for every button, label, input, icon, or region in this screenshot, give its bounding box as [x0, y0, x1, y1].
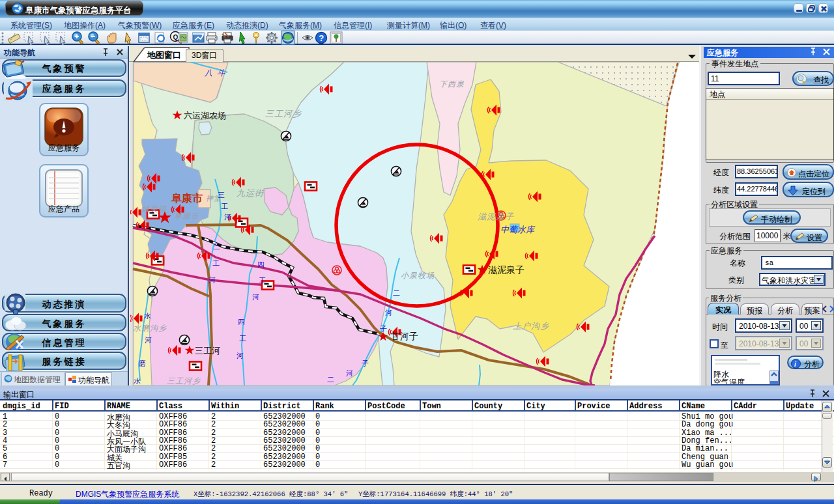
svg-text:四: 四 [238, 318, 245, 326]
svg-text:滋泥泉子: 滋泥泉子 [488, 264, 525, 275]
svg-text:阜康市: 阜康市 [174, 212, 200, 221]
svg-text:二: 二 [393, 289, 400, 297]
svg-text:河: 河 [252, 293, 259, 301]
svg-text:四: 四 [257, 260, 265, 268]
svg-text:河: 河 [385, 309, 392, 316]
svg-text:九运街: 九运街 [237, 188, 265, 198]
svg-text:工: 工 [212, 259, 220, 267]
svg-text:河: 河 [224, 213, 231, 221]
svg-text:水: 水 [134, 377, 141, 385]
svg-text:Q: Q [173, 34, 178, 41]
svg-text:河: 河 [145, 336, 152, 344]
svg-text:三: 三 [213, 242, 220, 250]
svg-text:水磨沟乡: 水磨沟乡 [133, 324, 167, 333]
svg-text:八斗: 八斗 [204, 68, 229, 77]
svg-text:六运湖农场: 六运湖农场 [184, 111, 226, 120]
svg-text:三: 三 [218, 191, 225, 199]
svg-text:甘河子: 甘河子 [391, 331, 418, 341]
svg-text:滋泥泉子: 滋泥泉子 [478, 212, 514, 221]
svg-text:?: ? [319, 33, 324, 43]
svg-text:河: 河 [237, 352, 244, 359]
svg-text:水: 水 [144, 312, 151, 320]
svg-text:二: 二 [327, 376, 334, 384]
svg-text:城关镇: 城关镇 [141, 204, 167, 214]
svg-text:子: 子 [380, 325, 387, 333]
svg-text:三工河: 三工河 [195, 346, 220, 356]
svg-text:上户沟乡: 上户沟乡 [513, 321, 549, 331]
svg-text:子: 子 [362, 359, 369, 367]
svg-text:i: i [794, 361, 796, 368]
svg-text:工: 工 [239, 335, 246, 343]
svg-text:工: 工 [221, 203, 228, 210]
svg-text:工: 工 [259, 277, 266, 285]
svg-text:三工河乡: 三工河乡 [265, 109, 302, 119]
svg-text:磨: 磨 [139, 359, 146, 367]
svg-text:河: 河 [346, 369, 353, 377]
svg-text:中葡水库: 中葡水库 [500, 225, 536, 234]
svg-text:小泉牧场: 小泉牧场 [401, 271, 435, 280]
svg-text:下西泉: 下西泉 [439, 79, 465, 89]
svg-text:阜康市: 阜康市 [171, 192, 203, 204]
svg-text:三工河乡: 三工河乡 [167, 376, 201, 385]
svg-text:河: 河 [208, 276, 216, 284]
